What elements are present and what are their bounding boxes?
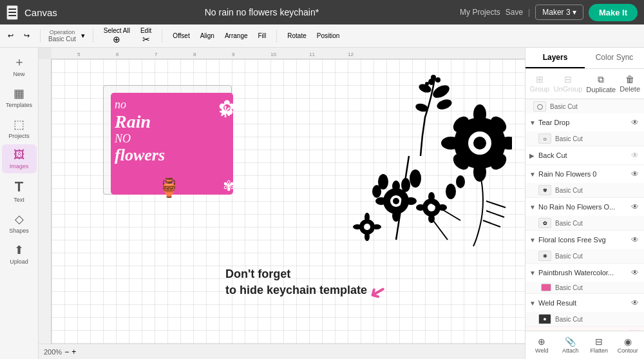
fill-button[interactable]: Fill bbox=[256, 31, 269, 41]
pink-arrow: ➜ bbox=[364, 278, 391, 307]
layer-eye-icon[interactable]: 👁 bbox=[630, 297, 640, 309]
group-action[interactable]: ⊞ Group bbox=[528, 72, 551, 96]
floral-design bbox=[332, 72, 512, 259]
weld-button[interactable]: ⊕ Weld bbox=[528, 334, 556, 356]
layer-group-back-cut: ▶ Back Cut 👁 bbox=[526, 146, 644, 165]
list-item: ✾ Basic Cut bbox=[526, 183, 644, 197]
undo-button[interactable]: ↩ bbox=[5, 30, 16, 41]
layer-header-back-cut[interactable]: ▶ Back Cut 👁 bbox=[526, 146, 644, 164]
tab-layers[interactable]: Layers bbox=[526, 48, 585, 68]
right-panel: Layers Color Sync ⊞ Group ⊟ UnGroup ⧉ Du… bbox=[525, 48, 644, 359]
svg-point-42 bbox=[446, 184, 456, 199]
layer-header-paintbrush[interactable]: ▼ Paintbrush Watercolor... 👁 bbox=[526, 264, 644, 282]
ruler-left bbox=[39, 59, 52, 359]
new-icon: ＋ bbox=[14, 54, 25, 70]
ruler-top: 5 6 7 8 9 10 11 12 bbox=[52, 48, 525, 59]
offset-button[interactable]: Offset bbox=[170, 31, 193, 41]
attach-button[interactable]: 📎 Attach bbox=[557, 334, 585, 356]
svg-point-7 bbox=[425, 82, 429, 86]
toolbar: ↩ ↪ Operation Basic Cut ▾ Select All ⊕ E… bbox=[0, 24, 644, 48]
svg-point-25 bbox=[405, 197, 417, 205]
svg-point-5 bbox=[435, 77, 440, 82]
menu-icon[interactable]: ☰ bbox=[6, 5, 18, 20]
maker-select-button[interactable]: Maker 3 ▾ bbox=[535, 5, 583, 20]
sidebar-item-images[interactable]: 🖼 Images bbox=[2, 144, 37, 173]
templates-icon: ▦ bbox=[14, 86, 24, 101]
svg-line-48 bbox=[486, 211, 504, 217]
card-flower-2: ❋ bbox=[219, 103, 232, 121]
svg-point-21 bbox=[393, 198, 399, 204]
operation-group: Operation Basic Cut ▾ bbox=[48, 29, 93, 43]
sidebar-item-templates[interactable]: ▦ Templates bbox=[2, 82, 37, 112]
layers-list: ◯ Basic Cut ▼ Tear Drop 👁 ○ Basic Cut ▶ bbox=[526, 99, 644, 331]
pink-card-group: ✿ no Rain NO flowers 🏺 ❋ ✾ bbox=[103, 85, 245, 208]
contour-icon: ◉ bbox=[624, 336, 632, 347]
layer-header-tear-drop[interactable]: ▼ Tear Drop 👁 bbox=[526, 113, 644, 131]
layer-thumbnail: ❋ bbox=[538, 251, 551, 261]
layer-eye-icon[interactable]: 👁 bbox=[630, 150, 640, 161]
projects-icon: ⬚ bbox=[14, 117, 24, 131]
sidebar-item-upload[interactable]: ⬆ Upload bbox=[2, 239, 37, 269]
my-projects-button[interactable]: My Projects bbox=[460, 8, 500, 17]
layer-thumbnail: ✾ bbox=[538, 185, 551, 195]
align-button[interactable]: Align bbox=[198, 31, 217, 41]
sidebar-item-new[interactable]: ＋ New bbox=[2, 50, 37, 81]
canvas-content[interactable]: ✿ no Rain NO flowers 🏺 ❋ ✾ bbox=[52, 59, 525, 344]
layer-eye-icon[interactable]: 👁 bbox=[630, 234, 640, 246]
canvas-area[interactable]: 5 6 7 8 9 10 11 12 ✿ no Rain bbox=[39, 48, 525, 359]
rotate-button[interactable]: Rotate bbox=[285, 31, 308, 41]
select-all-button[interactable]: Select All ⊕ bbox=[101, 26, 133, 46]
group-icon: ⊞ bbox=[536, 74, 544, 84]
top-right-controls: My Projects Save | Maker 3 ▾ Make It bbox=[460, 4, 638, 21]
top-bar: ☰ Canvas No rain no flowers keychain* My… bbox=[0, 0, 644, 24]
zoom-out-button[interactable]: − bbox=[64, 347, 69, 356]
canvas-label: Canvas bbox=[24, 7, 57, 18]
layer-group-rain-no-flowers: ▼ Rain No Flowers 0 👁 ✾ Basic Cut bbox=[526, 165, 644, 198]
tab-color-sync[interactable]: Color Sync bbox=[585, 48, 644, 68]
zoom-display: 200% bbox=[44, 348, 62, 356]
make-it-button[interactable]: Make It bbox=[589, 4, 638, 21]
arrange-button[interactable]: Arrange bbox=[222, 31, 251, 41]
save-button[interactable]: Save bbox=[506, 8, 523, 17]
divider: | bbox=[528, 8, 530, 17]
annotation-text: Don't forget to hide keychain template bbox=[225, 266, 367, 298]
layer-thumbnail: ◯ bbox=[533, 101, 546, 112]
redo-button[interactable]: ↪ bbox=[21, 30, 32, 41]
delete-action[interactable]: 🗑 Delete bbox=[618, 72, 641, 96]
layer-header-floral-icons[interactable]: ▼ Floral Icons Free Svg 👁 bbox=[526, 231, 644, 249]
svg-line-46 bbox=[428, 214, 448, 240]
layer-header-no-rain-flowers[interactable]: ▼ No Rain No Flowers O... 👁 bbox=[526, 198, 644, 216]
duplicate-action[interactable]: ⧉ Duplicate bbox=[585, 72, 617, 96]
svg-point-35 bbox=[365, 232, 370, 241]
contour-button[interactable]: ◉ Contour bbox=[614, 334, 642, 356]
layer-eye-icon[interactable]: 👁 bbox=[630, 201, 640, 213]
layer-header-rain-no-flowers[interactable]: ▼ Rain No Flowers 0 👁 bbox=[526, 165, 644, 183]
flatten-button[interactable]: ⊟ Flatten bbox=[585, 334, 613, 356]
sidebar-item-shapes[interactable]: ◇ Shapes bbox=[2, 208, 37, 238]
ungroup-action[interactable]: ⊟ UnGroup bbox=[553, 72, 584, 96]
zoom-in-button[interactable]: + bbox=[71, 347, 76, 356]
layer-collapse-icon: ▼ bbox=[529, 204, 536, 211]
position-button[interactable]: Position bbox=[314, 31, 343, 41]
list-item: ◯ Basic Cut bbox=[526, 99, 644, 113]
layer-group-paintbrush: ▼ Paintbrush Watercolor... 👁 Basic Cut bbox=[526, 264, 644, 294]
layer-eye-icon[interactable]: 👁 bbox=[630, 267, 640, 278]
svg-point-6 bbox=[431, 75, 436, 80]
layer-eye-icon[interactable]: 👁 bbox=[630, 117, 640, 128]
delete-icon: 🗑 bbox=[625, 74, 634, 84]
shapes-icon: ◇ bbox=[15, 212, 24, 226]
upload-icon: ⬆ bbox=[14, 243, 24, 257]
layer-eye-icon[interactable]: 👁 bbox=[630, 168, 640, 180]
layer-header-weld-result[interactable]: ▼ Weld Result 👁 bbox=[526, 294, 644, 312]
layer-collapse-icon: ▼ bbox=[529, 119, 536, 126]
edit-button[interactable]: Edit ✂ bbox=[138, 26, 154, 46]
layer-group-floral-icons: ▼ Floral Icons Free Svg 👁 ❋ Basic Cut bbox=[526, 231, 644, 264]
operation-dropdown[interactable]: ▾ bbox=[79, 30, 88, 41]
svg-point-36 bbox=[353, 224, 362, 229]
operation-label: Operation Basic Cut bbox=[48, 29, 76, 43]
layer-collapse-icon: ▶ bbox=[529, 152, 536, 159]
sidebar-item-projects[interactable]: ⬚ Projects bbox=[2, 113, 37, 143]
sidebar-item-text[interactable]: T Text bbox=[2, 175, 37, 207]
weld-icon: ⊕ bbox=[538, 336, 545, 347]
left-sidebar: ＋ New ▦ Templates ⬚ Projects 🖼 Images T … bbox=[0, 48, 39, 359]
